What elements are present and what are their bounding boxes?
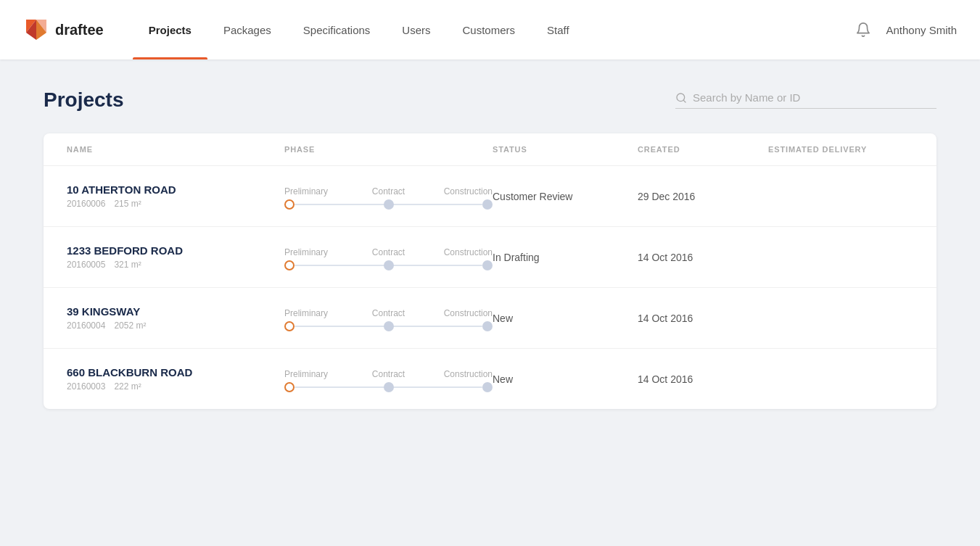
phase-dot-1 xyxy=(284,199,295,210)
col-delivery: ESTIMATED DELIVERY xyxy=(768,145,913,154)
phase-contract: Contract xyxy=(360,369,418,379)
project-name: 39 KINGSWAY xyxy=(67,305,284,318)
track-dots xyxy=(284,382,493,392)
project-name-cell: 39 KINGSWAY 20160004 2052 m² xyxy=(67,305,284,331)
phase-dot-3 xyxy=(482,260,493,270)
status-text: Customer Review xyxy=(493,191,572,202)
project-name: 10 ATHERTON ROAD xyxy=(67,183,284,196)
nav-staff[interactable]: Staff xyxy=(531,0,585,59)
phase-labels: Preliminary Contract Construction xyxy=(284,369,493,379)
logo-link[interactable]: draftee xyxy=(23,17,104,43)
page-container: Projects NAME PHASE STATUS CREATED ESTIM… xyxy=(0,59,980,438)
status-text: In Drafting xyxy=(493,252,540,263)
project-area: 222 m² xyxy=(114,381,141,392)
phase-contract: Contract xyxy=(360,247,418,257)
phase-construction: Construction xyxy=(435,369,493,379)
phase-track xyxy=(284,202,493,207)
phase-track xyxy=(284,324,493,328)
project-id: 20160005 xyxy=(67,260,105,270)
phase-dot-2 xyxy=(384,382,394,392)
project-area: 215 m² xyxy=(114,199,141,209)
track-dots xyxy=(284,321,493,331)
phase-dot-1 xyxy=(284,260,295,270)
status-text: New xyxy=(493,313,513,324)
phase-track xyxy=(284,263,493,268)
phase-preliminary: Preliminary xyxy=(284,369,342,379)
phase-track xyxy=(284,385,493,389)
project-name-cell: 1233 BEDFORD ROAD 20160005 321 m² xyxy=(67,244,284,270)
col-status: STATUS xyxy=(493,145,638,154)
phase-contract: Contract xyxy=(360,308,418,318)
table-row[interactable]: 10 ATHERTON ROAD 20160006 215 m² Prelimi… xyxy=(44,166,936,227)
project-area: 2052 m² xyxy=(114,320,146,331)
phase-preliminary: Preliminary xyxy=(284,247,342,257)
created-cell: 14 Oct 2016 xyxy=(638,373,768,386)
created-cell: 29 Dec 2016 xyxy=(638,190,768,203)
brand-name: draftee xyxy=(55,22,104,38)
nav-customers[interactable]: Customers xyxy=(447,0,532,59)
created-cell: 14 Oct 2016 xyxy=(638,312,768,325)
phase-dot-2 xyxy=(384,260,394,270)
page-header: Projects xyxy=(44,88,936,112)
phase-cell: Preliminary Contract Construction xyxy=(284,247,493,268)
col-created: CREATED xyxy=(638,145,768,154)
col-phase: PHASE xyxy=(284,145,493,154)
project-id: 20160004 xyxy=(67,320,105,331)
nav-links: Projects Packages Specifications Users C… xyxy=(133,0,856,59)
created-text: 29 Dec 2016 xyxy=(638,191,695,202)
nav-specifications[interactable]: Specifications xyxy=(287,0,387,59)
project-id: 20160003 xyxy=(67,381,105,392)
project-name: 1233 BEDFORD ROAD xyxy=(67,244,284,257)
status-cell: New xyxy=(493,312,638,325)
track-dots xyxy=(284,260,493,270)
phase-dot-2 xyxy=(384,321,394,331)
table-row[interactable]: 660 BLACKBURN ROAD 20160003 222 m² Preli… xyxy=(44,349,936,409)
table-header: NAME PHASE STATUS CREATED ESTIMATED DELI… xyxy=(44,133,936,166)
status-cell: Customer Review xyxy=(493,190,638,203)
nav-right: Anthony Smith xyxy=(855,22,957,38)
project-meta: 20160003 222 m² xyxy=(67,381,284,392)
phase-construction: Construction xyxy=(435,247,493,257)
created-cell: 14 Oct 2016 xyxy=(638,251,768,264)
user-name: Anthony Smith xyxy=(886,24,957,36)
search-icon xyxy=(675,92,687,104)
phase-labels: Preliminary Contract Construction xyxy=(284,308,493,318)
col-name: NAME xyxy=(67,145,284,154)
phase-dot-3 xyxy=(482,382,493,392)
project-name-cell: 10 ATHERTON ROAD 20160006 215 m² xyxy=(67,183,284,209)
phase-labels: Preliminary Contract Construction xyxy=(284,247,493,257)
phase-dot-3 xyxy=(482,199,493,210)
project-meta: 20160004 2052 m² xyxy=(67,320,284,331)
project-meta: 20160005 321 m² xyxy=(67,260,284,270)
phase-construction: Construction xyxy=(435,186,493,197)
created-text: 14 Oct 2016 xyxy=(638,373,693,385)
phase-labels: Preliminary Contract Construction xyxy=(284,186,493,197)
logo-icon xyxy=(23,17,49,43)
phase-dot-3 xyxy=(482,321,493,331)
project-name: 660 BLACKBURN ROAD xyxy=(67,366,284,379)
project-id: 20160006 xyxy=(67,199,105,209)
phase-preliminary: Preliminary xyxy=(284,308,342,318)
phase-cell: Preliminary Contract Construction xyxy=(284,369,493,389)
search-input[interactable] xyxy=(693,91,936,104)
status-cell: In Drafting xyxy=(493,251,638,264)
project-meta: 20160006 215 m² xyxy=(67,199,284,209)
svg-line-5 xyxy=(683,100,685,102)
nav-users[interactable]: Users xyxy=(386,0,446,59)
navbar: draftee Projects Packages Specifications… xyxy=(0,0,980,59)
projects-table: NAME PHASE STATUS CREATED ESTIMATED DELI… xyxy=(44,133,936,409)
project-name-cell: 660 BLACKBURN ROAD 20160003 222 m² xyxy=(67,366,284,392)
phase-cell: Preliminary Contract Construction xyxy=(284,308,493,328)
phase-cell: Preliminary Contract Construction xyxy=(284,186,493,207)
bell-icon[interactable] xyxy=(855,22,871,38)
phase-dot-2 xyxy=(384,199,394,210)
track-dots xyxy=(284,199,493,210)
nav-packages[interactable]: Packages xyxy=(207,0,287,59)
nav-projects[interactable]: Projects xyxy=(133,0,207,59)
search-box xyxy=(675,91,936,109)
phase-preliminary: Preliminary xyxy=(284,186,342,197)
phase-construction: Construction xyxy=(435,308,493,318)
table-row[interactable]: 39 KINGSWAY 20160004 2052 m² Preliminary… xyxy=(44,288,936,349)
project-area: 321 m² xyxy=(114,260,141,270)
table-row[interactable]: 1233 BEDFORD ROAD 20160005 321 m² Prelim… xyxy=(44,227,936,288)
